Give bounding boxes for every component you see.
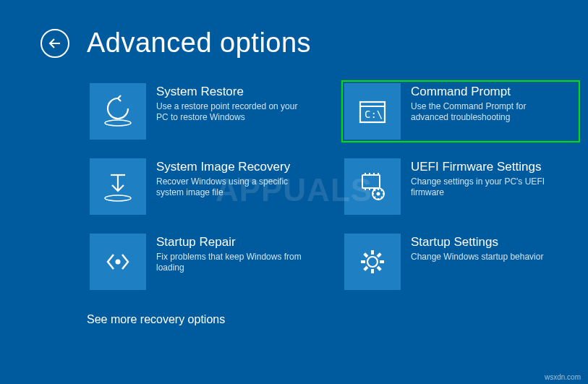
tile-desc: Recover Windows using a specific system … xyxy=(156,176,308,199)
tile-desc: Change settings in your PC's UEFI firmwa… xyxy=(411,176,563,199)
svg-line-25 xyxy=(374,197,375,198)
tile-title: UEFI Firmware Settings xyxy=(411,160,563,174)
back-button[interactable] xyxy=(41,29,69,58)
tile-title: System Restore xyxy=(156,85,308,99)
startup-repair-icon xyxy=(90,234,146,290)
see-more-link[interactable]: See more recovery options xyxy=(87,313,588,326)
restore-icon xyxy=(90,83,146,140)
svg-line-35 xyxy=(365,267,367,270)
tile-desc: Use the Command Prompt for advanced trou… xyxy=(411,101,563,124)
svg-line-34 xyxy=(378,267,380,270)
svg-point-28 xyxy=(367,257,378,267)
options-grid: System Restore Use a restore point recor… xyxy=(87,80,588,293)
gear-icon xyxy=(344,234,401,290)
tile-startup-settings[interactable]: Startup Settings Change Windows startup … xyxy=(341,231,580,293)
uefi-icon xyxy=(344,158,401,215)
svg-point-1 xyxy=(105,120,131,126)
svg-line-23 xyxy=(374,189,375,191)
tile-title: Command Prompt xyxy=(411,85,563,99)
tile-text: Startup Settings Change Windows startup … xyxy=(401,234,543,263)
tile-text: UEFI Firmware Settings Change settings i… xyxy=(401,158,563,199)
image-recovery-icon xyxy=(90,158,146,215)
tile-title: Startup Repair xyxy=(156,235,308,249)
tile-title: Startup Settings xyxy=(411,235,543,249)
tile-desc: Fix problems that keep Windows from load… xyxy=(156,252,308,274)
svg-line-24 xyxy=(381,197,383,198)
tile-text: Command Prompt Use the Command Prompt fo… xyxy=(401,83,563,124)
svg-line-26 xyxy=(381,189,383,191)
page-title: Advanced options xyxy=(87,27,311,59)
tile-desc: Change Windows startup behavior xyxy=(411,252,543,263)
tile-text: Startup Repair Fix problems that keep Wi… xyxy=(146,234,308,274)
svg-point-27 xyxy=(116,260,121,265)
tile-system-image-recovery[interactable]: System Image Recovery Recover Windows us… xyxy=(87,155,325,218)
source-label: wsxdn.com xyxy=(545,373,581,381)
tile-text: System Restore Use a restore point recor… xyxy=(146,83,308,124)
command-prompt-icon: C:\ xyxy=(344,83,401,140)
svg-point-18 xyxy=(377,192,380,196)
tile-text: System Image Recovery Recover Windows us… xyxy=(146,158,308,199)
svg-rect-8 xyxy=(362,175,380,188)
tile-title: System Image Recovery xyxy=(156,160,308,174)
tile-system-restore[interactable]: System Restore Use a restore point recor… xyxy=(87,80,325,142)
header: Advanced options xyxy=(0,0,588,59)
tile-uefi-firmware[interactable]: UEFI Firmware Settings Change settings i… xyxy=(341,155,580,218)
svg-point-5 xyxy=(105,195,131,201)
tile-command-prompt[interactable]: C:\ Command Prompt Use the Command Promp… xyxy=(341,80,580,142)
back-arrow-icon xyxy=(48,36,62,51)
svg-line-36 xyxy=(378,254,380,257)
svg-text:C:\: C:\ xyxy=(365,108,383,120)
svg-line-33 xyxy=(365,254,367,257)
tile-desc: Use a restore point recorded on your PC … xyxy=(156,101,308,124)
tile-startup-repair[interactable]: Startup Repair Fix problems that keep Wi… xyxy=(87,231,325,293)
